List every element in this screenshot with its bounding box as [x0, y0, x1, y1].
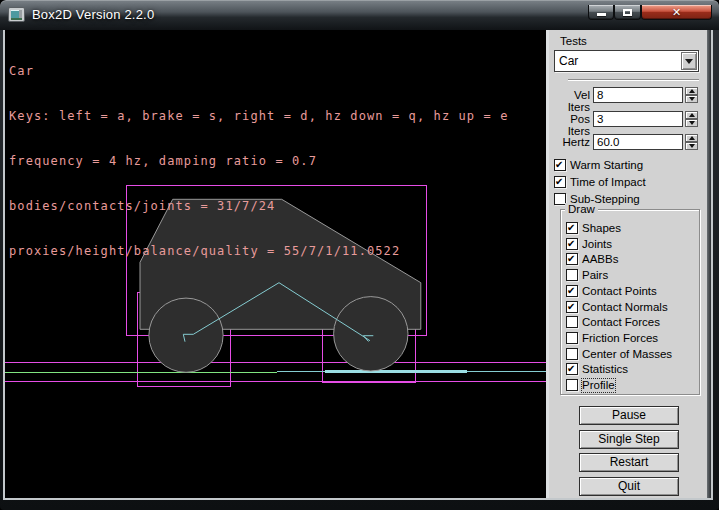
- vel-iters-down-button[interactable]: [685, 95, 698, 103]
- arrow-down-icon: [689, 97, 695, 101]
- tests-dropdown-value: Car: [559, 54, 578, 68]
- checkbox-icon[interactable]: [566, 301, 578, 313]
- hertz-down-button[interactable]: [685, 142, 698, 150]
- stats-line-proxies: proxies/height/balance/quality = 55/7/1/…: [9, 244, 508, 259]
- window-content: Car Keys: left = a, brake = s, right = d…: [3, 30, 713, 500]
- maximize-button[interactable]: [614, 5, 641, 20]
- app-icon-panel: [19, 10, 22, 18]
- arrow-down-icon: [689, 144, 695, 148]
- checkbox-icon[interactable]: [554, 176, 566, 188]
- time-of-impact-label: Time of Impact: [570, 176, 646, 189]
- checkbox-icon[interactable]: [566, 363, 578, 375]
- pos-iters-row: Pos Iters: [549, 111, 707, 127]
- tests-label: Tests: [560, 35, 587, 47]
- minimize-icon: [597, 13, 606, 16]
- app-window: Box2D Version 2.2.0 ✕: [0, 0, 719, 510]
- tests-dropdown-button[interactable]: [681, 52, 697, 70]
- simulation-canvas[interactable]: Car Keys: left = a, brake = s, right = d…: [5, 30, 546, 498]
- shapes-label: Shapes: [582, 222, 621, 235]
- draw-group-label: Draw: [565, 203, 598, 215]
- tests-dropdown[interactable]: Car: [554, 50, 699, 72]
- right-wheel: [334, 297, 408, 371]
- control-panel: Tests Car Vel Iters Pos Iters: [549, 30, 707, 498]
- checkbox-icon[interactable]: [566, 253, 578, 265]
- checkbox-icon[interactable]: [554, 159, 566, 171]
- vel-iters-label: Vel Iters: [549, 89, 590, 113]
- close-button[interactable]: ✕: [641, 5, 712, 20]
- title-bar[interactable]: Box2D Version 2.2.0 ✕: [0, 0, 719, 30]
- single-step-button[interactable]: Single Step: [579, 430, 679, 449]
- checkbox-icon[interactable]: [566, 285, 578, 297]
- stats-line-keys: Keys: left = a, brake = s, right = d, hz…: [9, 109, 508, 124]
- arrow-up-icon: [689, 113, 695, 117]
- checkbox-icon[interactable]: [566, 316, 578, 328]
- ground-edges: [5, 372, 546, 373]
- hertz-label: Hertz: [549, 136, 590, 148]
- quit-button[interactable]: Quit: [579, 477, 679, 496]
- contact-normals-label: Contact Normals: [582, 301, 668, 314]
- hertz-spinner: [685, 134, 698, 150]
- hertz-row: Hertz: [549, 134, 707, 150]
- checkbox-icon[interactable]: [566, 222, 578, 234]
- app-icon-screen: [11, 10, 19, 18]
- checkbox-icon[interactable]: [566, 348, 578, 360]
- checkbox-icon[interactable]: [566, 332, 578, 344]
- center-of-masses-label: Center of Masses: [582, 348, 672, 361]
- pos-iters-up-button[interactable]: [685, 111, 698, 119]
- arrow-down-icon: [689, 121, 695, 125]
- stats-line-test-name: Car: [9, 64, 508, 79]
- arrow-up-icon: [689, 136, 695, 140]
- pos-iters-field[interactable]: [593, 111, 683, 127]
- statistics-label: Statistics: [582, 363, 628, 376]
- warm-starting-label: Warm Starting: [570, 159, 643, 172]
- separator: [568, 79, 699, 81]
- pairs-label: Pairs: [582, 269, 608, 282]
- chevron-down-icon: [685, 59, 693, 64]
- stats-line-bodies: bodies/contacts/joints = 31/7/24: [9, 199, 508, 214]
- hertz-up-button[interactable]: [685, 134, 698, 142]
- stats-line-frequency: frequency = 4 hz, damping ratio = 0.7: [9, 154, 508, 169]
- aabbs-label: AABBs: [582, 253, 618, 266]
- vel-iters-spinner: [685, 87, 698, 103]
- pos-iters-down-button[interactable]: [685, 119, 698, 127]
- checkbox-icon[interactable]: [566, 238, 578, 250]
- arrow-up-icon: [689, 89, 695, 93]
- stats-readout: Car Keys: left = a, brake = s, right = d…: [9, 34, 508, 289]
- restart-button[interactable]: Restart: [579, 453, 679, 472]
- vel-iters-field[interactable]: [593, 87, 683, 103]
- contact-points-label: Contact Points: [582, 285, 657, 298]
- left-wheel: [149, 298, 223, 372]
- app-icon: [8, 7, 25, 22]
- app-icon-strip: [11, 18, 22, 20]
- minimize-button[interactable]: [588, 5, 614, 20]
- close-icon: ✕: [672, 6, 681, 19]
- window-title: Box2D Version 2.2.0: [32, 7, 154, 22]
- checkbox-icon[interactable]: [566, 269, 578, 281]
- maximize-icon: [623, 9, 632, 16]
- panel-right-shade: [707, 30, 711, 498]
- contact-forces-label: Contact Forces: [582, 316, 660, 329]
- pos-iters-spinner: [685, 111, 698, 127]
- profile-label: Profile: [582, 379, 615, 392]
- checkbox-icon[interactable]: [566, 379, 578, 391]
- joints-label: Joints: [582, 238, 612, 251]
- vel-iters-row: Vel Iters: [549, 87, 707, 103]
- vel-iters-up-button[interactable]: [685, 87, 698, 95]
- friction-forces-label: Friction Forces: [582, 332, 658, 345]
- hertz-field[interactable]: [593, 134, 683, 150]
- pause-button[interactable]: Pause: [579, 406, 679, 425]
